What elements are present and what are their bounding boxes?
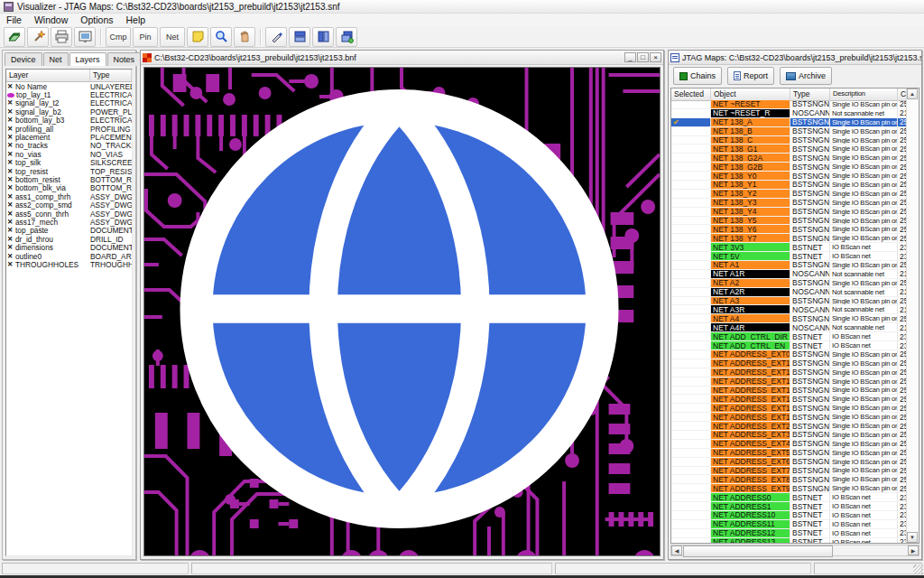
- hidden-layer-x-icon[interactable]: ✕: [6, 117, 15, 124]
- hidden-layer-x-icon[interactable]: ✕: [6, 244, 15, 251]
- selected-cell[interactable]: [671, 261, 711, 269]
- board-window-titlebar[interactable]: C:\Bst32-CD23\boards\jt2153_prebuild\jt2…: [141, 51, 663, 65]
- layer-row[interactable]: ✕top_resistTOP_RESIST: [6, 167, 132, 175]
- net-row[interactable]: NET ADD_CTRL_DIRBSTNETIO BScan net23: [671, 332, 907, 341]
- net-row[interactable]: ✔NET 138_ABSTSNGNETSingle IO BScan pin o…: [671, 118, 907, 127]
- menu-window[interactable]: Window: [28, 14, 74, 26]
- note-button[interactable]: [187, 27, 208, 47]
- layer-row[interactable]: ✕dimensionsDOCUMENT: [6, 243, 132, 251]
- selected-cell[interactable]: [671, 431, 711, 439]
- net-row[interactable]: NET ADDRESS_EXT14BSTSNGNETSingle IO BSca…: [671, 404, 907, 413]
- net-row[interactable]: NET 138_Y5BSTSNGNETSingle IO BScan pin o…: [671, 217, 907, 226]
- visible-layer-icon[interactable]: [7, 93, 14, 98]
- selected-cell[interactable]: [671, 502, 711, 510]
- layer-row[interactable]: ✕placementPLACEMENT: [6, 133, 132, 141]
- net-row[interactable]: NET 3V3BSTNETIO BScan net23: [671, 243, 907, 252]
- net-row[interactable]: NET ADDRESS1BSTNETIO BScan net23: [671, 502, 907, 511]
- scroll-right-icon[interactable]: ▶: [908, 545, 919, 555]
- selected-cell[interactable]: [671, 136, 711, 144]
- net-row[interactable]: NET 138_BBSTSNGNETSingle IO BScan pin on…: [671, 127, 907, 136]
- layer-row[interactable]: ✕top_pasteDOCUMENT: [6, 227, 132, 235]
- hidden-layer-x-icon[interactable]: ✕: [6, 83, 15, 90]
- column-header-layer[interactable]: Layer: [6, 70, 90, 81]
- hidden-layer-x-icon[interactable]: ✕: [6, 134, 15, 141]
- hidden-layer-x-icon[interactable]: ✕: [6, 184, 15, 191]
- layer-row[interactable]: ✕ass1_comp_thrhASSY_DWG: [6, 192, 132, 200]
- selected-cell[interactable]: [671, 332, 711, 340]
- net-row[interactable]: NET ADDRESS_EXT9BSTSNGNETSingle IO BScan…: [671, 484, 907, 493]
- hidden-layer-x-icon[interactable]: ✕: [6, 253, 15, 260]
- hidden-layer-x-icon[interactable]: ✕: [6, 151, 15, 158]
- snapshot-button[interactable]: [74, 27, 96, 47]
- net-row[interactable]: NET ADDRESS_EXT2BSTSNGNETSingle IO BScan…: [671, 422, 907, 431]
- selected-cell[interactable]: [671, 387, 711, 395]
- hidden-layer-x-icon[interactable]: ✕: [6, 210, 15, 218]
- cascade-button[interactable]: [336, 27, 357, 47]
- hscroll-thumb[interactable]: [683, 545, 833, 557]
- selected-cell[interactable]: [671, 109, 711, 117]
- selected-cell[interactable]: [671, 225, 711, 233]
- selected-cell[interactable]: [671, 511, 711, 519]
- net-row[interactable]: NET A4RNOSCANNETNot scannable net21: [671, 323, 907, 332]
- net-row[interactable]: NET ADDRESS13BSTNETIO BScan net23: [671, 538, 907, 543]
- net-row[interactable]: NET 138_Y0BSTSNGNETSingle IO BScan pin o…: [671, 172, 907, 181]
- hidden-layer-x-icon[interactable]: ✕: [6, 142, 15, 149]
- tile-horizontal-button[interactable]: [289, 27, 310, 47]
- hidden-layer-x-icon[interactable]: ✕: [6, 168, 15, 175]
- layer-row[interactable]: ✕profiling_allPROFILING: [6, 125, 132, 133]
- layer-row[interactable]: ✕no_viasNO_VIAS: [6, 150, 132, 158]
- net-row[interactable]: NET A2BSTSNGNETSingle IO BScan pin on ne…: [671, 279, 907, 288]
- net-row[interactable]: NET 138_Y6BSTSNGNETSingle IO BScan pin o…: [671, 225, 907, 234]
- net-table-vscrollbar[interactable]: ▲ ▼: [906, 89, 919, 543]
- net-row[interactable]: NET A3BSTSNGNETSingle IO BScan pin on ne…: [671, 297, 907, 306]
- layer-row[interactable]: ✕dr_id_throuDRILL_ID: [6, 235, 132, 243]
- archive-button[interactable]: Archive: [780, 67, 832, 85]
- net-row[interactable]: NET A3RNOSCANNETNot scannable net21: [671, 305, 907, 314]
- net-row[interactable]: NET 138_G1BSTSNGNETSingle IO BScan pin o…: [671, 144, 907, 154]
- net-row[interactable]: NET ~RESETBSTSNGNETSingle IO BScan pin o…: [671, 100, 907, 109]
- selected-cell[interactable]: [671, 199, 711, 207]
- net-row[interactable]: NET ADDRESS_EXT0BSTSNGNETSingle IO BScan…: [671, 350, 907, 359]
- pcb-canvas[interactable]: [143, 67, 661, 556]
- selected-cell[interactable]: [671, 475, 711, 483]
- net-row[interactable]: NET ADDRESS10BSTNETIO BScan net23: [671, 511, 907, 520]
- hidden-layer-x-icon[interactable]: ✕: [6, 201, 15, 209]
- selected-cell[interactable]: [671, 144, 711, 153]
- selected-cell[interactable]: [671, 368, 711, 377]
- net-row[interactable]: NET 138_Y1BSTSNGNETSingle IO BScan pin o…: [671, 181, 907, 190]
- net-row[interactable]: NET ADDRESS_EXT4BSTSNGNETSingle IO BScan…: [671, 440, 907, 449]
- net-row[interactable]: NET ADDRESS_EXT6BSTSNGNETSingle IO BScan…: [671, 458, 907, 467]
- hidden-layer-x-icon[interactable]: ✕: [6, 99, 15, 107]
- net-row[interactable]: NET 138_Y7BSTSNGNETSingle IO BScan pin o…: [671, 234, 907, 243]
- hidden-layer-x-icon[interactable]: ✕: [6, 227, 15, 234]
- scroll-down-icon[interactable]: ▼: [907, 532, 918, 543]
- chains-button[interactable]: Chains: [673, 67, 722, 85]
- net-row[interactable]: NET ADDRESS12BSTNETIO BScan net23: [671, 529, 907, 538]
- net-row[interactable]: NET ADDRESS_EXT8BSTSNGNETSingle IO BScan…: [671, 475, 907, 484]
- net-row[interactable]: NET 138_Y3BSTSNGNETSingle IO BScan pin o…: [671, 199, 907, 208]
- net-row[interactable]: NET 138_Y2BSTSNGNETSingle IO BScan pin o…: [671, 190, 907, 199]
- selected-cell[interactable]: [671, 288, 711, 296]
- selected-cell[interactable]: [671, 359, 711, 368]
- pin-button[interactable]: Pin: [133, 27, 158, 47]
- selected-cell[interactable]: [671, 484, 711, 492]
- layer-row[interactable]: ✕ass17_mechASSY_DWG: [6, 218, 132, 226]
- selected-cell[interactable]: [671, 172, 711, 180]
- selected-cell[interactable]: [671, 279, 711, 287]
- scroll-left-icon[interactable]: ◀: [671, 545, 682, 555]
- selected-cell[interactable]: [671, 467, 711, 475]
- net-row[interactable]: NET ADDRESS_EXT3BSTSNGNETSingle IO BScan…: [671, 431, 907, 440]
- layer-row[interactable]: ✕signal_lay_t2ELECTRICAL: [6, 99, 132, 107]
- selected-cell[interactable]: [671, 243, 711, 251]
- net-row[interactable]: NET ADD_CTRL_ENBSTNETIO BScan net23: [671, 341, 907, 350]
- selected-cell[interactable]: [671, 270, 711, 278]
- selected-cell[interactable]: [671, 163, 711, 171]
- selected-cell[interactable]: [671, 341, 711, 350]
- menu-file[interactable]: File: [0, 14, 28, 26]
- column-header-type[interactable]: Type: [90, 70, 132, 81]
- layer-row[interactable]: top_lay_t1ELECTRICAL: [6, 90, 132, 98]
- selected-cell[interactable]: [671, 305, 711, 313]
- column-header-object[interactable]: Object: [711, 89, 790, 100]
- hidden-layer-x-icon[interactable]: ✕: [6, 176, 15, 183]
- selected-cell[interactable]: [671, 378, 711, 386]
